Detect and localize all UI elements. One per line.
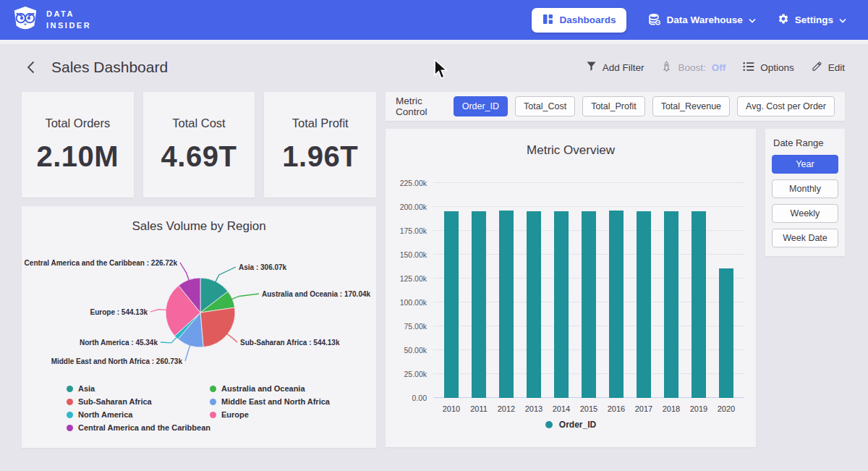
x-axis-labels: 2010201120122013201420152016201720182019… (433, 404, 744, 413)
bar-2019[interactable] (692, 211, 706, 398)
pie-legend-column-2: Australia and OceaniaMiddle East and Nor… (210, 384, 330, 432)
pie-leader-line (216, 267, 236, 282)
options-button[interactable]: Options (743, 61, 794, 74)
date-range-button-weekly[interactable]: Weekly (772, 204, 838, 223)
edit-button[interactable]: Edit (812, 61, 845, 74)
metric-button-total-revenue[interactable]: Total_Revenue (652, 96, 730, 116)
dashboards-icon (542, 14, 553, 27)
bar-chart-plot: 0.0025.00k50.00k75.00k100.00k125.00k150.… (433, 174, 744, 398)
legend-dot (210, 399, 216, 405)
boost-toggle[interactable]: Boost: Off (661, 61, 726, 74)
bar-2015[interactable] (582, 211, 596, 398)
bar-2016[interactable] (609, 211, 624, 398)
legend-label: Europe (221, 410, 249, 419)
bar-slot (438, 211, 465, 398)
pie-chart-title: Sales Volume by Region (22, 206, 376, 234)
y-axis-tick: 175.00k (400, 226, 427, 235)
brand-line2: INSIDER (46, 20, 91, 32)
kpi-label: Total Cost (172, 116, 225, 130)
y-axis-tick: 75.00k (404, 322, 427, 331)
date-range-button-year[interactable]: Year (772, 155, 838, 174)
pie-label-europe: Europe : 544.13k (90, 308, 148, 316)
sales-volume-pie-card: Sales Volume by Region Asia : 306.07kAus… (22, 206, 376, 448)
settings-nav-button[interactable]: Settings (778, 13, 846, 27)
settings-label: Settings (795, 14, 833, 25)
bar-2014[interactable] (554, 211, 569, 398)
bar-slot (548, 211, 575, 398)
x-tick-2013: 2013 (520, 404, 548, 413)
page-title: Sales Dashboard (51, 59, 168, 76)
pie-label-north-america: North America : 45.34k (80, 339, 158, 347)
pie-label-middle-east-and-north-africa: Middle East and North Africa : 260.73k (51, 357, 183, 365)
pie-legend-item-middle-east-and-north-africa[interactable]: Middle East and North Africa (210, 397, 330, 406)
date-range-label: Date Range (772, 137, 838, 148)
dashboards-nav-button[interactable]: Dashboards (532, 8, 626, 33)
bar-2010[interactable] (444, 211, 459, 398)
pie-legend-item-australia-and-oceania[interactable]: Australia and Oceania (210, 384, 330, 393)
legend-label: Order_ID (559, 420, 596, 430)
gear-icon (778, 13, 789, 27)
list-options-icon (743, 61, 754, 74)
kpi-label: Total Orders (45, 116, 110, 130)
legend-label: Central America and the Caribbean (78, 423, 210, 432)
metric-button-total-cost[interactable]: Total_Cost (515, 96, 575, 116)
boost-label: Boost: (678, 62, 705, 73)
date-range-button-monthly[interactable]: Monthly (772, 179, 838, 198)
pie-legend-item-central-america-and-the-caribbean[interactable]: Central America and the Caribbean (67, 423, 210, 432)
y-axis-tick: 200.00k (400, 203, 427, 211)
legend-label: Middle East and North Africa (221, 397, 330, 406)
brand-logo[interactable]: DATA INSIDER (12, 5, 91, 35)
pie-label-asia: Asia : 306.07k (239, 263, 287, 271)
legend-dot (210, 412, 216, 418)
date-range-panel: Date Range YearMonthlyWeeklyWeek Date (765, 129, 845, 256)
back-button[interactable] (23, 57, 38, 77)
bar-slot (520, 211, 548, 398)
y-axis-tick: 150.00k (400, 250, 427, 259)
metric-control-panel: Metric Control Order_IDTotal_CostTotal_P… (386, 92, 845, 121)
metric-button-avg-cost-per-order[interactable]: Avg. Cost per Order (737, 96, 835, 116)
x-tick-2015: 2015 (575, 404, 603, 413)
filter-funnel-icon (586, 61, 597, 74)
pie-leader-line (180, 263, 189, 281)
pie-label-central-america-and-the-caribbean: Central America and the Caribbean : 226.… (25, 259, 178, 267)
x-tick-2016: 2016 (603, 404, 630, 413)
bar-2020[interactable] (719, 268, 733, 398)
owl-logo-icon (12, 5, 39, 35)
bar-2017[interactable] (637, 211, 651, 398)
metric-button-total-profit[interactable]: Total_Profit (582, 96, 645, 116)
top-nav-bar: DATA INSIDER Dashboards (0, 0, 868, 40)
date-range-buttons: YearMonthlyWeeklyWeek Date (772, 155, 838, 247)
kpi-row: Total Orders 2.10M Total Cost 4.69T Tota… (22, 92, 376, 198)
pie-legend-item-north-america[interactable]: North America (67, 410, 210, 419)
bar-slot (603, 211, 630, 398)
pie-legend: AsiaSub-Saharan AfricaNorth AmericaCentr… (67, 384, 330, 432)
pie-legend-item-europe[interactable]: Europe (210, 410, 330, 419)
bar-chart-legend[interactable]: Order_ID (386, 420, 756, 430)
options-label: Options (760, 62, 794, 73)
data-warehouse-nav-button[interactable]: Data Warehouse (648, 13, 755, 27)
legend-dot (67, 399, 73, 405)
bar-2018[interactable] (664, 211, 678, 398)
bar-2013[interactable] (527, 211, 541, 398)
legend-dot (67, 386, 73, 392)
kpi-value: 2.10M (37, 140, 119, 173)
pie-legend-item-sub-saharan-africa[interactable]: Sub-Saharan Africa (67, 397, 210, 406)
pie-slice-sub-saharan-africa[interactable] (200, 307, 235, 347)
y-axis-tick: 100.00k (400, 298, 427, 307)
date-range-button-week-date[interactable]: Week Date (772, 229, 838, 247)
bar-slot (712, 268, 740, 398)
metric-button-order-id[interactable]: Order_ID (454, 96, 508, 116)
legend-dot (545, 421, 553, 428)
pie-label-sub-saharan-africa: Sub-Saharan Africa : 544.13k (240, 339, 340, 347)
metric-overview-chart-card: Metric Overview 0.0025.00k50.00k75.00k10… (386, 129, 756, 447)
chevron-down-icon (839, 14, 846, 25)
bar-slot (575, 211, 603, 398)
bar-2011[interactable] (472, 211, 486, 398)
metric-control-buttons: Order_IDTotal_CostTotal_ProfitTotal_Reve… (454, 96, 835, 116)
add-filter-button[interactable]: Add Filter (586, 61, 644, 74)
pencil-icon (812, 61, 822, 74)
pie-legend-item-asia[interactable]: Asia (67, 384, 210, 393)
pie-leader-line (150, 310, 166, 312)
bar-2012[interactable] (499, 211, 514, 398)
pie-chart: Asia : 306.07kAustralia and Oceania : 17… (22, 232, 376, 386)
